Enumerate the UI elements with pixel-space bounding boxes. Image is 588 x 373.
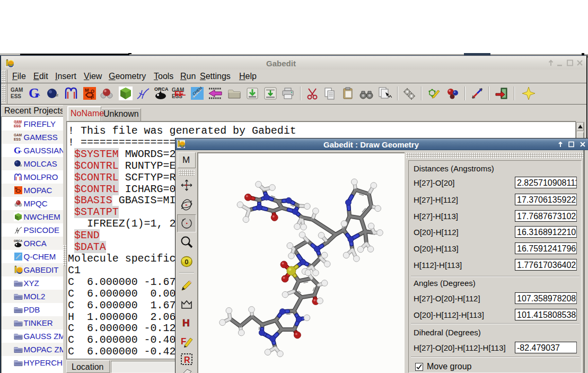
svg-text:M: M — [20, 164, 22, 167]
svg-text:ESS: ESS — [11, 93, 21, 99]
svg-text:M: M — [55, 93, 58, 97]
svg-text:M: M — [85, 88, 89, 93]
svg-text:GAM: GAM — [11, 87, 23, 93]
svg-text:R: R — [184, 355, 190, 365]
svg-text:GAM: GAM — [14, 133, 22, 137]
svg-text:GAM: GAM — [14, 120, 22, 124]
svg-text:ESS: ESS — [14, 137, 21, 141]
svg-text:H: H — [182, 317, 190, 328]
svg-text:0: 0 — [185, 258, 188, 266]
svg-text:G: G — [29, 86, 39, 101]
svg-text:ESS: ESS — [14, 124, 21, 128]
svg-text:G: G — [14, 146, 21, 155]
svg-text:P: P — [91, 95, 94, 100]
svg-text:ORCA: ORCA — [154, 86, 169, 92]
svg-text:M: M — [15, 187, 17, 190]
